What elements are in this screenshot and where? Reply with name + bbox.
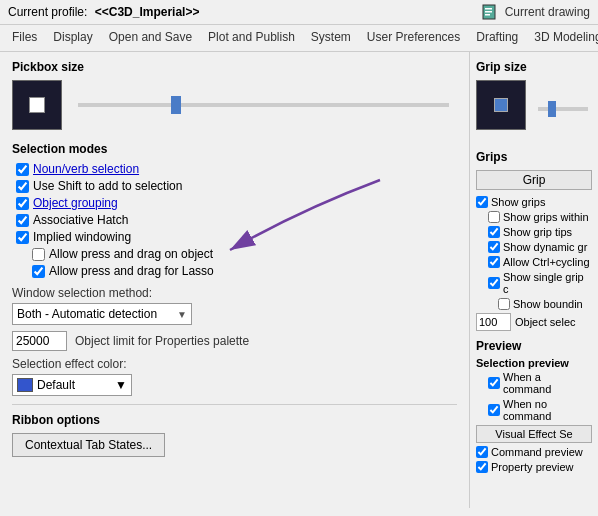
object-select-row: Object selec xyxy=(476,313,592,331)
property-preview-label: Property preview xyxy=(491,461,574,473)
svg-rect-3 xyxy=(485,14,490,16)
allow-ctrl-cycling-label: Allow Ctrl+cycling xyxy=(503,256,590,268)
property-preview-input[interactable] xyxy=(476,461,488,473)
show-grips-within-input[interactable] xyxy=(488,211,500,223)
pickbox-slider-thumb[interactable] xyxy=(171,96,181,114)
grip-preview xyxy=(476,80,526,130)
checkbox-object-grouping: Object grouping xyxy=(12,196,457,210)
grips-title: Grips xyxy=(476,150,592,164)
selection-modes-section: Selection modes Noun/verb selection Use … xyxy=(12,142,457,278)
menu-open-save[interactable]: Open and Save xyxy=(101,27,200,49)
when-no-command-input[interactable] xyxy=(488,404,500,416)
checkbox-press-drag-obj: Allow press and drag on object xyxy=(12,247,457,261)
selection-color-label: Selection effect color: xyxy=(12,357,457,371)
menu-drafting[interactable]: Drafting xyxy=(468,27,526,49)
checkbox-shift-add-label: Use Shift to add to selection xyxy=(33,179,182,193)
when-command-checkbox: When a command xyxy=(476,371,592,395)
checkbox-press-drag-lasso: Allow press and drag for Lasso xyxy=(12,264,457,278)
checkbox-implied-windowing-input[interactable] xyxy=(16,231,29,244)
checkbox-object-grouping-input[interactable] xyxy=(16,197,29,210)
checkbox-noun-verb-label: Noun/verb selection xyxy=(33,162,139,176)
object-limit-label: Object limit for Properties palette xyxy=(75,334,249,348)
checkbox-assoc-hatch: Associative Hatch xyxy=(12,213,457,227)
checkbox-shift-add: Use Shift to add to selection xyxy=(12,179,457,193)
checkbox-assoc-hatch-label: Associative Hatch xyxy=(33,213,128,227)
profile-info: Current profile: <<C3D_Imperial>> xyxy=(8,5,199,19)
when-command-input[interactable] xyxy=(488,377,500,389)
checkbox-press-drag-lasso-input[interactable] xyxy=(32,265,45,278)
show-grip-tips-input[interactable] xyxy=(488,226,500,238)
color-swatch xyxy=(17,378,33,392)
ribbon-options-section: Ribbon options Contextual Tab States... xyxy=(12,413,457,457)
command-preview-checkbox: Command preview xyxy=(476,446,592,458)
selection-modes-title: Selection modes xyxy=(12,142,457,156)
checkbox-object-grouping-label: Object grouping xyxy=(33,196,118,210)
allow-ctrl-cycling-input[interactable] xyxy=(488,256,500,268)
current-drawing-label: Current drawing xyxy=(505,5,590,19)
checkbox-noun-verb: Noun/verb selection xyxy=(12,162,457,176)
grip-inner-square xyxy=(494,98,508,112)
grip-size-section: Grip size xyxy=(476,60,592,138)
top-bar: Current profile: <<C3D_Imperial>> Curren… xyxy=(0,0,598,25)
checkbox-noun-verb-input[interactable] xyxy=(16,163,29,176)
command-preview-input[interactable] xyxy=(476,446,488,458)
grips-section: Grips Grip Show grips Show grips within … xyxy=(476,150,592,331)
checkbox-assoc-hatch-input[interactable] xyxy=(16,214,29,227)
menu-display[interactable]: Display xyxy=(45,27,100,49)
checkbox-press-drag-obj-label: Allow press and drag on object xyxy=(49,247,213,261)
svg-rect-2 xyxy=(485,11,492,13)
menu-system[interactable]: System xyxy=(303,27,359,49)
show-grips-input[interactable] xyxy=(476,196,488,208)
show-grip-tips-checkbox: Show grip tips xyxy=(476,226,592,238)
profile-value: <<C3D_Imperial>> xyxy=(95,5,200,19)
contextual-tab-states-button[interactable]: Contextual Tab States... xyxy=(12,433,165,457)
show-bounding-input[interactable] xyxy=(498,298,510,310)
preview-section: Preview Selection preview When a command… xyxy=(476,339,592,473)
grip-size-slider-thumb[interactable] xyxy=(548,101,556,117)
color-dropdown-arrow: ▼ xyxy=(115,378,127,392)
pickbox-section: Pickbox size xyxy=(12,60,457,130)
dropdown-arrow-icon: ▼ xyxy=(177,309,187,320)
window-selection-value: Both - Automatic detection xyxy=(17,307,157,321)
grip-size-slider-row xyxy=(476,80,592,138)
menu-plot-publish[interactable]: Plot and Publish xyxy=(200,27,303,49)
divider-ribbon xyxy=(12,404,457,405)
property-preview-checkbox: Property preview xyxy=(476,461,592,473)
visual-effect-button[interactable]: Visual Effect Se xyxy=(476,425,592,443)
preview-title: Preview xyxy=(476,339,592,353)
selection-color-dropdown[interactable]: Default ▼ xyxy=(12,374,132,396)
menu-3d-modeling[interactable]: 3D Modeling xyxy=(526,27,598,49)
menu-user-prefs[interactable]: User Preferences xyxy=(359,27,468,49)
pickbox-slider-row xyxy=(12,80,457,130)
show-bounding-checkbox: Show boundin xyxy=(476,298,592,310)
show-dynamic-grips-label: Show dynamic gr xyxy=(503,241,587,253)
profile-label: Current profile: xyxy=(8,5,87,19)
checkbox-shift-add-input[interactable] xyxy=(16,180,29,193)
pickbox-inner-square xyxy=(29,97,45,113)
ribbon-options-title: Ribbon options xyxy=(12,413,457,427)
drawing-icon xyxy=(481,4,501,20)
checkbox-press-drag-obj-input[interactable] xyxy=(32,248,45,261)
right-panel: Grip size Grips Grip Show grips xyxy=(470,52,598,508)
current-drawing: Current drawing xyxy=(481,4,590,20)
color-label: Default xyxy=(37,378,75,392)
selection-preview-title: Selection preview xyxy=(476,357,592,369)
when-no-command-checkbox: When no command xyxy=(476,398,592,422)
svg-rect-1 xyxy=(485,8,492,10)
object-limit-row: Object limit for Properties palette xyxy=(12,331,457,351)
object-select-input[interactable] xyxy=(476,313,511,331)
grip-size-title: Grip size xyxy=(476,60,592,74)
show-bounding-label: Show boundin xyxy=(513,298,583,310)
grip-button[interactable]: Grip xyxy=(476,170,592,190)
checkbox-press-drag-lasso-label: Allow press and drag for Lasso xyxy=(49,264,214,278)
window-selection-label: Window selection method: xyxy=(12,286,457,300)
show-single-grip-input[interactable] xyxy=(488,277,500,289)
show-dynamic-grips-input[interactable] xyxy=(488,241,500,253)
window-selection-dropdown[interactable]: Both - Automatic detection ▼ xyxy=(12,303,192,325)
allow-ctrl-cycling-checkbox: Allow Ctrl+cycling xyxy=(476,256,592,268)
menu-files[interactable]: Files xyxy=(4,27,45,49)
when-no-command-label: When no command xyxy=(503,398,592,422)
show-grips-label: Show grips xyxy=(491,196,545,208)
checkbox-implied-windowing-label: Implied windowing xyxy=(33,230,131,244)
object-limit-input[interactable] xyxy=(12,331,67,351)
